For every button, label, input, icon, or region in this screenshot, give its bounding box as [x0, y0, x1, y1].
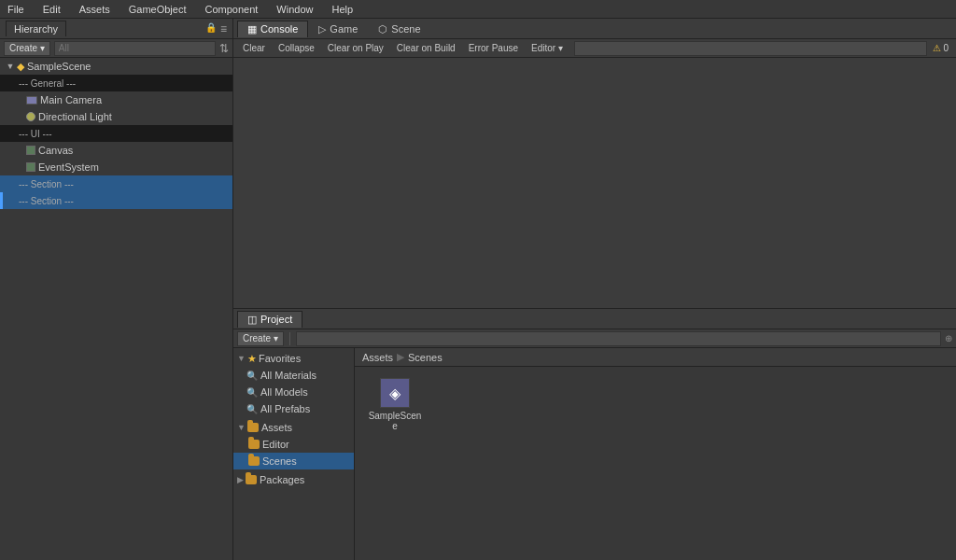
hierarchy-tab-label: Hierarchy — [14, 23, 58, 35]
game-tab[interactable]: ▷ Game — [308, 21, 368, 37]
project-toolbar: Create ▾ ⊕ — [233, 329, 956, 348]
menu-component[interactable]: Component — [201, 2, 261, 17]
canvas-icon — [26, 146, 35, 155]
camera-icon — [26, 96, 37, 105]
console-collapse-button[interactable]: Collapse — [273, 41, 320, 56]
packages-group[interactable]: ▶ Packages — [233, 471, 354, 488]
project-icon: ◫ — [247, 314, 257, 326]
ui-section-label: --- UI --- — [19, 129, 52, 139]
project-panel: ◫ Project Create ▾ ⊕ ▼ ★ Favorit — [233, 308, 956, 560]
scene-label: SampleScene — [27, 61, 91, 72]
console-clear-button[interactable]: Clear — [237, 41, 271, 56]
sample-scene-icon: ◈ — [380, 378, 410, 408]
scenes-label: Scenes — [262, 455, 297, 467]
main-camera-item[interactable]: Main Camera — [0, 91, 232, 108]
breadcrumb: Assets ▶ Scenes — [355, 348, 956, 367]
all-prefabs-item[interactable]: 🔍 All Prefabs — [233, 400, 354, 417]
section1-label: --- Section --- — [19, 179, 74, 189]
right-panel: ▦ Console ▷ Game ⬡ Scene Clear Collapse … — [233, 19, 956, 560]
star-icon: ★ — [247, 353, 257, 365]
assets-folder-icon — [247, 423, 259, 432]
light-icon — [26, 112, 35, 121]
directional-light-item[interactable]: Directional Light — [0, 108, 232, 125]
section1-item[interactable]: --- Section --- — [0, 175, 232, 192]
hierarchy-create-button[interactable]: Create ▾ — [4, 41, 50, 56]
menu-gameobject[interactable]: GameObject — [125, 2, 190, 17]
game-icon: ▷ — [318, 23, 326, 35]
project-files: ◈ SampleScene — [355, 367, 956, 560]
divider — [289, 332, 290, 345]
scene-root-item[interactable]: ▼ ◆ general-section SampleScene — [0, 58, 232, 75]
console-icon: ▦ — [247, 23, 257, 35]
general-section-item[interactable]: --- General --- — [0, 75, 232, 91]
console-tab-label: Console — [260, 23, 298, 35]
all-materials-icon: 🔍 — [246, 371, 258, 381]
assets-group[interactable]: ▼ Assets — [233, 419, 354, 436]
scene-tab-label: Scene — [391, 23, 420, 35]
hierarchy-sort-button[interactable]: ⇅ — [219, 42, 229, 55]
editor-folder-icon — [248, 440, 260, 449]
sample-scene-file[interactable]: ◈ SampleScene — [362, 374, 428, 435]
menu-edit[interactable]: Edit — [39, 2, 64, 17]
menu-help[interactable]: Help — [328, 2, 357, 17]
hierarchy-panel: Hierarchy 🔒 ≡ Create ▾ ⇅ ▼ ◆ general-sec… — [0, 19, 233, 560]
breadcrumb-current: Scenes — [408, 352, 443, 363]
all-models-label: All Models — [260, 386, 308, 398]
favorites-label: Favorites — [259, 353, 301, 364]
scene-tab[interactable]: ⬡ Scene — [368, 21, 430, 37]
console-error-pause-button[interactable]: Error Pause — [463, 41, 524, 56]
warn-icon: ⚠ — [933, 43, 941, 53]
project-sidebar: ▼ ★ Favorites 🔍 All Materials 🔍 All Mode… — [233, 348, 355, 560]
section2-item[interactable]: --- Section --- — [0, 192, 232, 209]
project-tab-label: Project — [260, 314, 292, 325]
eventsystem-item[interactable]: EventSystem — [0, 159, 232, 175]
project-create-button[interactable]: Create ▾ — [237, 331, 284, 346]
hierarchy-tab-header: Hierarchy 🔒 ≡ — [0, 19, 232, 39]
menu-bar: File Edit Assets GameObject Component Wi… — [0, 0, 956, 19]
section2-label: --- Section --- — [19, 196, 74, 206]
project-tab[interactable]: ◫ Project — [237, 311, 302, 328]
hierarchy-tab[interactable]: Hierarchy — [6, 21, 66, 36]
breadcrumb-root: Assets — [362, 352, 393, 363]
all-materials-item[interactable]: 🔍 All Materials — [233, 367, 354, 384]
assets-arrow: ▼ — [237, 423, 246, 432]
game-tab-label: Game — [330, 23, 358, 35]
canvas-item[interactable]: Canvas — [0, 142, 232, 159]
eventsystem-icon — [26, 162, 35, 172]
project-tab-bar: ◫ Project — [233, 309, 956, 329]
menu-window[interactable]: Window — [273, 2, 316, 17]
hierarchy-tab-icons: 🔒 ≡ — [205, 22, 227, 35]
menu-file[interactable]: File — [4, 2, 28, 17]
ui-section-item[interactable]: --- UI --- — [0, 125, 232, 142]
directional-light-label: Directional Light — [38, 111, 112, 122]
hierarchy-search-input[interactable] — [54, 41, 216, 56]
all-models-item[interactable]: 🔍 All Models — [233, 384, 354, 400]
sample-scene-name: SampleScene — [366, 411, 424, 431]
console-editor-button[interactable]: Editor ▾ — [526, 41, 569, 56]
hierarchy-tree: ▼ ◆ general-section SampleScene --- Gene… — [0, 58, 232, 560]
hierarchy-toolbar: Create ▾ ⇅ — [0, 39, 232, 58]
scene-arrow: ▼ — [6, 62, 15, 71]
console-toolbar: Clear Collapse Clear on Play Clear on Bu… — [233, 39, 956, 58]
console-clear-on-play-button[interactable]: Clear on Play — [322, 41, 389, 56]
scenes-folder-icon — [248, 456, 260, 466]
console-tab[interactable]: ▦ Console — [237, 21, 308, 37]
eventsystem-label: EventSystem — [38, 161, 99, 173]
editor-item[interactable]: Editor — [233, 436, 354, 453]
breadcrumb-sep: ▶ — [397, 351, 404, 363]
console-search-input[interactable] — [574, 41, 928, 56]
editor-label: Editor — [262, 439, 289, 450]
menu-assets[interactable]: Assets — [76, 2, 114, 17]
all-materials-label: All Materials — [260, 370, 316, 381]
project-search-input[interactable] — [296, 331, 941, 346]
project-search-icon: ⊕ — [945, 333, 952, 343]
list-icon: ≡ — [220, 22, 227, 35]
scenes-item[interactable]: Scenes — [233, 453, 354, 469]
console-clear-on-build-button[interactable]: Clear on Build — [391, 41, 461, 56]
packages-folder-icon — [246, 475, 257, 484]
all-prefabs-label: All Prefabs — [260, 403, 310, 414]
blue-indicator — [0, 192, 3, 209]
all-models-icon: 🔍 — [246, 387, 258, 398]
scene-icon: ⬡ — [378, 23, 387, 35]
favorites-group[interactable]: ▼ ★ Favorites — [233, 350, 354, 367]
